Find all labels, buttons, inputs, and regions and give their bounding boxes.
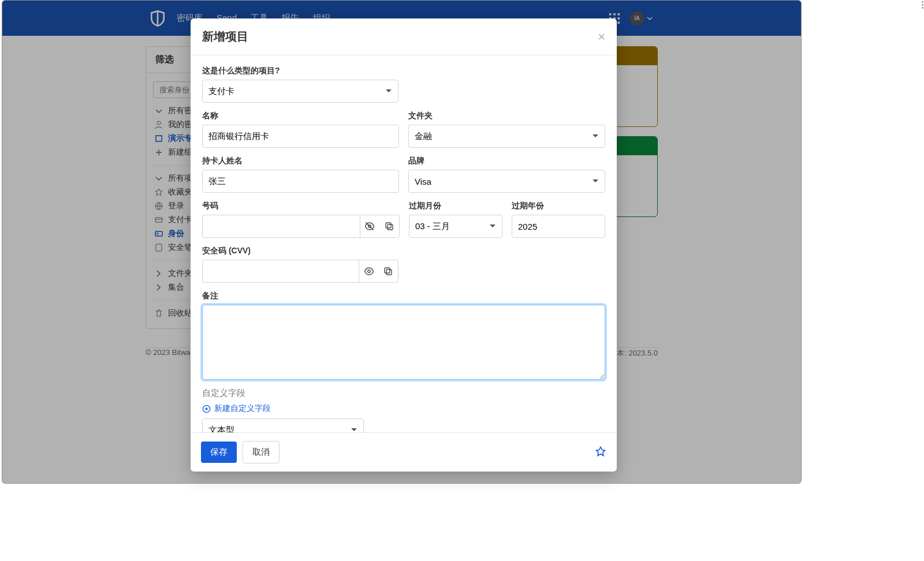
modal-body: 这是什么类型的项目? 名称 文件夹 持卡人姓名 品牌: [191, 55, 617, 432]
label-folder: 文件夹: [408, 111, 605, 121]
exp-year-input[interactable]: [512, 215, 605, 238]
brand-select[interactable]: [408, 170, 605, 193]
label-cvv: 安全码 (CVV): [202, 246, 398, 256]
modal-title: 新增项目: [202, 29, 248, 44]
notes-textarea[interactable]: [202, 305, 605, 380]
cancel-button[interactable]: 取消: [243, 441, 280, 463]
svg-rect-22: [385, 268, 390, 273]
label-notes: 备注: [202, 291, 605, 301]
label-cardholder: 持卡人姓名: [202, 156, 399, 166]
svg-rect-19: [386, 223, 391, 228]
favorite-button[interactable]: [595, 446, 606, 459]
copy-cvv-button[interactable]: [378, 260, 398, 283]
label-number: 号码: [202, 201, 400, 211]
cvv-input[interactable]: [202, 260, 359, 283]
save-button[interactable]: 保存: [201, 442, 237, 463]
label-exp-year: 过期年份: [512, 201, 605, 211]
copy-number-button[interactable]: [379, 215, 400, 238]
svg-point-20: [367, 270, 370, 273]
eye-off-icon: [364, 221, 375, 231]
modal-footer: 保存 取消: [191, 432, 617, 472]
svg-rect-18: [388, 225, 393, 230]
custom-field-type-select[interactable]: [202, 418, 364, 432]
item-type-select[interactable]: [202, 80, 398, 103]
svg-rect-21: [386, 270, 392, 275]
copy-icon: [384, 221, 394, 231]
card-number-input[interactable]: [202, 215, 360, 238]
label-name: 名称: [202, 111, 399, 121]
window-drag-handle[interactable]: [922, 1, 924, 9]
folder-select[interactable]: [408, 125, 605, 148]
copy-icon: [383, 266, 393, 276]
toggle-cvv-visibility-button[interactable]: [359, 260, 379, 283]
toggle-visibility-button[interactable]: [360, 215, 380, 238]
name-input[interactable]: [202, 125, 399, 148]
section-custom-fields: 自定义字段: [202, 388, 605, 399]
exp-month-select[interactable]: [409, 215, 502, 238]
new-custom-field-link[interactable]: 新建自定义字段: [202, 403, 605, 414]
star-icon: [595, 446, 606, 457]
close-icon[interactable]: ×: [598, 29, 605, 44]
label-exp-month: 过期月份: [409, 201, 502, 211]
add-item-modal: 新增项目 × 这是什么类型的项目? 名称 文件夹 持卡人姓名: [191, 18, 617, 472]
label-item-type: 这是什么类型的项目?: [202, 66, 398, 76]
plus-circle-icon: [202, 405, 211, 413]
eye-icon: [364, 266, 374, 276]
label-brand: 品牌: [408, 156, 605, 166]
cardholder-input[interactable]: [202, 170, 399, 193]
modal-header: 新增项目 ×: [191, 18, 617, 55]
